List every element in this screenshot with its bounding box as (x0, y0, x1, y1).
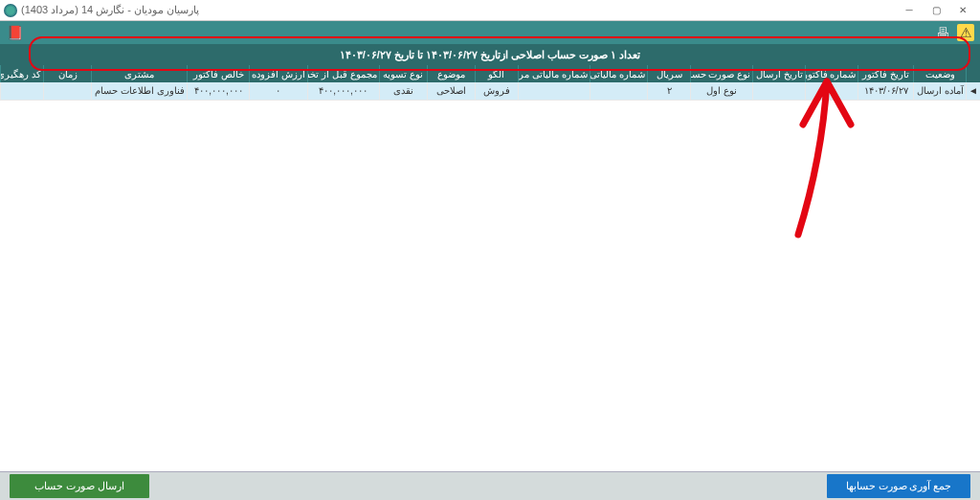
row-marker: ◄ (967, 82, 980, 100)
cell-customer: فناوری اطلاعات حسام (92, 82, 188, 100)
close-button[interactable]: ✕ (949, 1, 976, 20)
cell-status: آماده ارسال (914, 82, 967, 100)
cell-invoice-no: ۱ (806, 82, 858, 100)
warning-icon[interactable]: ⚠ (957, 24, 974, 41)
table-row[interactable]: ◄ آماده ارسال ۱۴۰۳/۰۶/۲۷ ۱ نوع اول ۲ فرو… (1, 82, 981, 100)
col-total-before-discount[interactable]: مجموع قبل از تخفیف (307, 65, 379, 82)
col-invoice-type[interactable]: نوع صورت حساب (691, 65, 753, 82)
col-serial[interactable]: سریال (648, 65, 691, 82)
collect-invoices-button[interactable]: جمع آوری صورت حسابها (827, 474, 970, 498)
page-title: تعداد ۱ صورت حساب اصلاحی ازتاریخ ۱۴۰۳/۰۶… (340, 49, 641, 61)
col-invoice-no[interactable]: شماره فاکتور (806, 65, 858, 82)
window-controls: ─ ▢ ✕ (896, 1, 976, 20)
grid-header-row: وضعیت تاریخ فاکتور شماره فاکتور تاریخ ار… (1, 65, 981, 82)
cell-total-before-discount: ۴۰۰,۰۰۰,۰۰۰ (307, 82, 379, 100)
col-tax-no[interactable]: شماره مالیاتی (590, 65, 647, 82)
app-icon (4, 4, 17, 17)
book-icon[interactable]: 📕 (6, 24, 23, 41)
col-status[interactable]: وضعیت (914, 65, 967, 82)
window-titlebar: پارسیان مودیان - نگارش 14 (مرداد 1403) ─… (0, 0, 980, 21)
cell-time (44, 82, 92, 100)
col-settlement[interactable]: نوع تسویه (379, 65, 427, 82)
cell-invoice-date: ۱۴۰۳/۰۶/۲۷ (858, 82, 914, 100)
cell-vat: ۰ (250, 82, 307, 100)
cell-send-date (753, 82, 806, 100)
col-invoice-date[interactable]: تاریخ فاکتور (858, 65, 914, 82)
col-customer[interactable]: مشتری (92, 65, 188, 82)
minimize-button[interactable]: ─ (896, 1, 923, 20)
maximize-button[interactable]: ▢ (923, 1, 949, 20)
cell-tax-no (590, 82, 647, 100)
send-invoice-button[interactable]: ارسال صورت حساب (10, 474, 149, 498)
col-subject[interactable]: موضوع (427, 65, 475, 82)
col-vat[interactable]: ارزش افزوده (250, 65, 307, 82)
cell-invoice-type: نوع اول (691, 82, 753, 100)
toolbar: ⚠ 🖶 📕 (0, 21, 980, 44)
cell-subject: اصلاحی (427, 82, 475, 100)
cell-serial: ۲ (648, 82, 691, 100)
col-net[interactable]: خالص فاکتور (188, 65, 250, 82)
cell-pattern: فروش (475, 82, 518, 100)
invoice-grid[interactable]: وضعیت تاریخ فاکتور شماره فاکتور تاریخ ار… (0, 65, 980, 101)
printer-icon[interactable]: 🖶 (934, 24, 951, 41)
page-title-bar: تعداد ۱ صورت حساب اصلاحی ازتاریخ ۱۴۰۳/۰۶… (0, 44, 980, 65)
col-ref-tax-no[interactable]: شماره مالیاتی مرجع (518, 65, 590, 82)
cell-tracking (1, 82, 44, 100)
col-send-date[interactable]: تاریخ ارسال (753, 65, 806, 82)
window-title: پارسیان مودیان - نگارش 14 (مرداد 1403) (21, 4, 199, 16)
cell-settlement: نقدی (379, 82, 427, 100)
grid-container: وضعیت تاریخ فاکتور شماره فاکتور تاریخ ار… (0, 65, 980, 471)
footer-bar: جمع آوری صورت حسابها ارسال صورت حساب (0, 471, 980, 500)
col-tracking[interactable]: کد رهگیری (1, 65, 44, 82)
cell-ref-tax-no (518, 82, 590, 100)
col-marker (967, 65, 980, 82)
col-time[interactable]: زمان (44, 65, 92, 82)
cell-net: ۴۰۰,۰۰۰,۰۰۰ (188, 82, 250, 100)
col-pattern[interactable]: الگو (475, 65, 518, 82)
